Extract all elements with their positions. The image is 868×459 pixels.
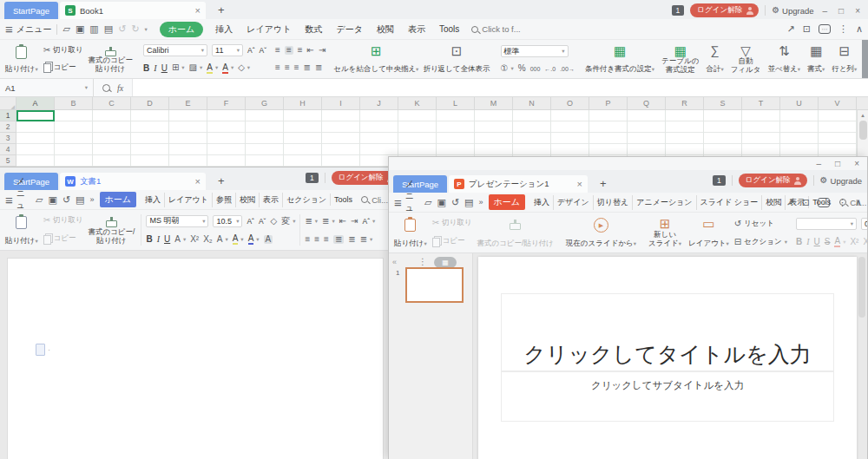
- decrease-font-button[interactable]: Aˇ: [259, 217, 266, 226]
- increase-font-button[interactable]: Aˆ: [247, 46, 255, 55]
- column-header[interactable]: A: [16, 97, 55, 109]
- slide-canvas[interactable]: クリックしてタイトルを入力 クリックしてサブタイトルを入力: [478, 257, 857, 459]
- numbering-button[interactable]: ≣▾: [322, 217, 335, 226]
- clear-format-button[interactable]: ◇▾: [238, 63, 250, 72]
- slide-thumbnail-1[interactable]: [405, 267, 464, 303]
- column-header[interactable]: O: [551, 97, 589, 109]
- minimize-button[interactable]: –: [814, 159, 825, 168]
- play-from-current-button[interactable]: ▶現在のスライドから▾: [564, 214, 638, 251]
- undo-icon[interactable]: ↺: [451, 197, 459, 208]
- char-border-button[interactable]: A▾: [174, 235, 186, 244]
- subscript-button[interactable]: X₂: [203, 235, 213, 244]
- insert-function-icon[interactable]: fx: [117, 83, 123, 93]
- format-painter-button[interactable]: 書式のコピー/貼り付け: [86, 212, 136, 248]
- ribbon-tab[interactable]: 挿入: [208, 22, 240, 37]
- window-count-badge[interactable]: 1: [306, 173, 319, 183]
- cut-button[interactable]: ✂切り取り: [43, 215, 83, 226]
- column-header[interactable]: H: [284, 97, 322, 109]
- align-left-icon[interactable]: ≡: [275, 63, 280, 72]
- open-file-icon[interactable]: ▱: [424, 197, 431, 208]
- cut-button[interactable]: ✂切り取り: [432, 218, 472, 228]
- column-header[interactable]: L: [437, 97, 475, 109]
- share-icon[interactable]: ↗: [786, 197, 794, 208]
- ribbon-tab[interactable]: デザイン: [553, 195, 593, 210]
- increase-font-button[interactable]: Aˆ: [247, 217, 254, 226]
- ribbon-tab[interactable]: レイアウト: [164, 193, 212, 207]
- command-search[interactable]: Click to f...: [471, 24, 520, 34]
- increase-indent-icon[interactable]: ⇥: [319, 46, 326, 55]
- row-header[interactable]: 5: [0, 155, 16, 167]
- bullets-button[interactable]: ≣▾: [305, 217, 318, 226]
- close-tab-icon[interactable]: ×: [195, 6, 201, 16]
- sum-button[interactable]: ∑合計▾: [704, 42, 725, 76]
- copy-button[interactable]: コピー: [432, 236, 472, 247]
- column-header[interactable]: R: [666, 97, 704, 109]
- command-search[interactable]: Cli...: [361, 195, 388, 205]
- section-button[interactable]: ⊟セクション▾: [734, 237, 787, 247]
- slide-scrollbar[interactable]: [858, 257, 865, 455]
- font-name-combo[interactable]: MS 明朝▾: [146, 215, 208, 227]
- ribbon-tab[interactable]: 校閲: [761, 195, 785, 210]
- justify-icon[interactable]: ≣: [304, 63, 311, 72]
- new-slide-button[interactable]: ⊞新しいスライド▾: [647, 214, 683, 251]
- collapse-ribbon-icon[interactable]: ∧: [856, 23, 863, 35]
- char-scale-button[interactable]: Aˆ▾: [363, 217, 376, 226]
- currency-format-button[interactable]: ①▾: [501, 64, 514, 73]
- print-preview-icon[interactable]: ▥: [89, 23, 98, 35]
- zoom-formula-icon[interactable]: [102, 84, 110, 92]
- name-box[interactable]: A1▾: [0, 79, 94, 96]
- sheet-document-tab[interactable]: S Book1 ×: [60, 2, 206, 19]
- undo-icon[interactable]: ↺: [62, 194, 70, 206]
- save-icon[interactable]: ▣: [76, 23, 84, 35]
- ribbon-tab[interactable]: 挿入: [530, 195, 553, 210]
- paste-button[interactable]: 貼り付け▾: [3, 42, 40, 76]
- scrollbar-thumb[interactable]: [859, 121, 867, 140]
- quickbar-more-icon[interactable]: »: [479, 198, 483, 207]
- row-header[interactable]: 4: [0, 144, 16, 155]
- more-options-icon[interactable]: ⋮: [838, 197, 847, 208]
- main-menu-button[interactable]: ≡メニュー: [5, 23, 51, 36]
- column-header[interactable]: F: [207, 97, 246, 109]
- subscript-button[interactable]: X₂: [863, 238, 868, 246]
- column-header[interactable]: S: [704, 97, 742, 109]
- scroll-up-icon[interactable]: ▴: [861, 110, 865, 121]
- superscript-button[interactable]: X²: [850, 238, 858, 246]
- print-icon[interactable]: ▤: [76, 194, 84, 206]
- cut-button[interactable]: ✂切り取り: [43, 45, 83, 56]
- font-name-combo[interactable]: ▾: [796, 218, 857, 230]
- print-icon[interactable]: ▤: [464, 197, 473, 208]
- font-color-button[interactable]: A▾: [248, 233, 260, 245]
- paste-button[interactable]: 貼り付け▾: [392, 214, 429, 251]
- sheet-ribbon-tab-home[interactable]: ホーム: [160, 22, 203, 37]
- fill-color-button[interactable]: ▨▾: [189, 63, 203, 72]
- redo-icon[interactable]: ↻: [131, 23, 139, 35]
- table-format-button[interactable]: ▦テーブルの書式設定: [660, 42, 700, 76]
- column-header[interactable]: V: [819, 97, 857, 109]
- new-tab-button[interactable]: +: [600, 177, 607, 190]
- font-name-combo[interactable]: Calibri▾: [143, 44, 207, 56]
- column-header[interactable]: E: [169, 97, 207, 109]
- column-header[interactable]: D: [131, 97, 169, 109]
- italic-button[interactable]: I: [806, 237, 809, 246]
- sheet-startpage-tab[interactable]: StartPage: [4, 2, 58, 19]
- underline-button[interactable]: U: [814, 237, 820, 246]
- row-header[interactable]: 3: [0, 133, 16, 144]
- quickbar-caret-icon[interactable]: ▾: [145, 26, 148, 33]
- ribbon-tab[interactable]: 挿入: [141, 193, 164, 207]
- char-shading-button[interactable]: A: [264, 235, 273, 244]
- number-format-combo[interactable]: 標準▾: [501, 45, 569, 57]
- ppt-ribbon-tab-home[interactable]: ホーム: [489, 194, 525, 210]
- align-right-icon[interactable]: ≡: [294, 63, 299, 72]
- subtitle-placeholder-box[interactable]: クリックしてサブタイトルを入力: [501, 371, 834, 422]
- comma-format-button[interactable]: 000: [530, 66, 541, 72]
- ribbon-tab[interactable]: Tools: [330, 193, 356, 206]
- writer-page[interactable]: ·: [7, 258, 384, 459]
- increase-indent-icon[interactable]: ⇥: [351, 217, 358, 226]
- ribbon-tab[interactable]: 切り替え: [593, 195, 632, 210]
- highlight-button[interactable]: A▾: [207, 62, 218, 74]
- sort-button[interactable]: ⇅並べ替え▾: [766, 42, 802, 76]
- copy-button[interactable]: コピー: [43, 233, 83, 245]
- ribbon-tab[interactable]: 校閲: [235, 193, 259, 207]
- writer-ribbon-tab-home[interactable]: ホーム: [100, 192, 136, 207]
- save-icon[interactable]: ▣: [48, 194, 56, 206]
